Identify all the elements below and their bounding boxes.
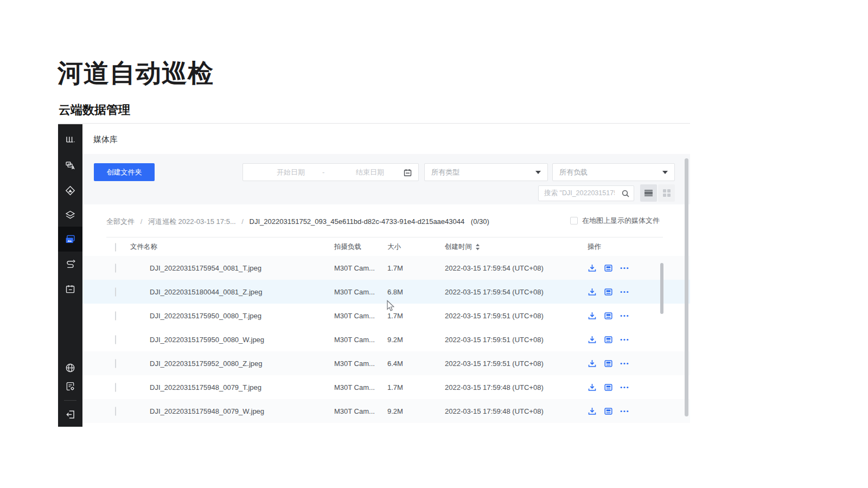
row-checkbox[interactable]: [115, 311, 116, 320]
table-row[interactable]: DJI_20220315175950_0080_W.jpeg M30T Cam.…: [82, 328, 690, 351]
breadcrumb-current: DJI_202203151752_093_45e611bd-d82c-4733-…: [250, 217, 465, 226]
show-on-map-button[interactable]: [604, 311, 613, 320]
breadcrumb-separator: /: [241, 217, 244, 226]
table-row[interactable]: DJI_20220315175952_0080_Z.jpeg M30T Cam.…: [82, 351, 690, 375]
more-actions-button[interactable]: [620, 410, 629, 413]
ellipsis-icon: [620, 386, 629, 389]
download-button[interactable]: [588, 287, 597, 297]
workspace-icon: [65, 134, 76, 145]
file-name: DJI_20220315175950_0080_W.jpeg: [150, 336, 334, 344]
file-created: 2022-03-15 17:59:51 (UTC+08): [445, 359, 579, 368]
column-header-size[interactable]: 大小: [387, 242, 445, 252]
more-actions-button[interactable]: [620, 338, 629, 341]
map-media-icon: [604, 359, 613, 368]
create-folder-button[interactable]: 创建文件夹: [94, 163, 155, 181]
file-payload: M30T Cam...: [334, 336, 387, 344]
type-filter-select[interactable]: 所有类型: [424, 163, 548, 181]
grid-view-button[interactable]: [658, 184, 675, 202]
media-library-icon: [65, 234, 76, 245]
column-header-name[interactable]: 文件名称: [130, 242, 334, 252]
file-name: DJI_20220315175952_0080_Z.jpeg: [150, 359, 334, 368]
file-size: 1.7M: [387, 312, 445, 320]
file-payload: M30T Cam...: [334, 264, 387, 272]
table-scrollbar-thumb[interactable]: [660, 263, 663, 314]
file-name: DJI_20220315175954_0081_T.jpeg: [150, 264, 334, 272]
sidebar-item-media-library[interactable]: [58, 227, 82, 252]
download-button[interactable]: [588, 311, 597, 320]
download-button[interactable]: [588, 264, 597, 273]
download-button[interactable]: [588, 407, 597, 416]
slide-canvas: 河道自动巡检 云端数据管理: [0, 0, 868, 488]
row-checkbox[interactable]: [115, 335, 116, 344]
sidebar-item-devices[interactable]: [58, 153, 82, 178]
more-actions-button[interactable]: [620, 291, 629, 293]
download-button[interactable]: [588, 383, 597, 392]
search-input[interactable]: 搜索 "DJI_20220315175...: [538, 185, 634, 201]
page-scrollbar-thumb[interactable]: [685, 158, 688, 416]
date-range-input[interactable]: 开始日期 - 结束日期: [242, 163, 419, 181]
sidebar-item-route[interactable]: [58, 252, 82, 277]
download-icon: [588, 264, 597, 273]
map-filter-checkbox[interactable]: [570, 217, 578, 224]
table-row[interactable]: DJI_20220315175948_0079_T.jpeg M30T Cam.…: [82, 375, 690, 399]
table-row[interactable]: DJI_20220315175954_0081_T.jpeg M30T Cam.…: [82, 256, 690, 280]
sidebar-item-map-marker[interactable]: [58, 178, 82, 203]
row-checkbox[interactable]: [115, 359, 116, 368]
breadcrumb-folder[interactable]: 河道巡检 2022-03-15 17:5...: [148, 217, 236, 226]
breadcrumb-root[interactable]: 全部文件: [106, 217, 135, 226]
file-payload: M30T Cam...: [334, 288, 387, 296]
row-checkbox[interactable]: [115, 287, 116, 297]
sidebar-divider: [64, 400, 76, 401]
more-actions-button[interactable]: [620, 362, 629, 365]
file-size: 1.7M: [387, 383, 445, 391]
row-checkbox[interactable]: [115, 407, 116, 416]
app-header: 媒体库: [82, 124, 690, 154]
show-on-map-button[interactable]: [604, 359, 613, 368]
sidebar-item-logout[interactable]: [58, 402, 82, 427]
sidebar-item-workspace[interactable]: [58, 127, 82, 152]
payload-filter-select[interactable]: 所有负载: [552, 163, 675, 181]
sidebar-item-system-report[interactable]: [58, 374, 82, 399]
show-on-map-button[interactable]: [604, 287, 613, 297]
sidebar-item-schedule[interactable]: [58, 277, 82, 301]
file-size: 9.2M: [387, 336, 445, 344]
file-created: 2022-03-15 17:59:48 (UTC+08): [445, 407, 579, 415]
sidebar-item-layers[interactable]: [58, 202, 82, 227]
column-header-created[interactable]: 创建时间: [445, 242, 472, 252]
show-on-map-button[interactable]: [604, 335, 613, 344]
file-payload: M30T Cam...: [334, 383, 387, 391]
show-on-map-button[interactable]: [604, 383, 613, 392]
table-body: DJI_20220315175954_0081_T.jpeg M30T Cam.…: [82, 256, 690, 423]
file-payload: M30T Cam...: [334, 407, 387, 415]
more-actions-button[interactable]: [620, 386, 629, 389]
table-row[interactable]: DJI_20220315175948_0079_W.jpeg M30T Cam.…: [82, 399, 690, 423]
breadcrumb-separator: /: [141, 217, 143, 226]
column-header-payload[interactable]: 拍摄负载: [334, 242, 387, 252]
slide-subtitle: 云端数据管理: [59, 102, 130, 118]
file-list-region: 全部文件 / 河道巡检 2022-03-15 17:5... / DJI_202…: [82, 204, 690, 427]
sort-icon[interactable]: [475, 243, 480, 251]
date-separator: -: [322, 168, 324, 176]
show-on-map-button[interactable]: [604, 407, 613, 416]
map-filter-option: 在地图上显示的媒体文件: [570, 216, 660, 226]
search-icon[interactable]: [621, 189, 630, 200]
file-created: 2022-03-15 17:59:51 (UTC+08): [445, 312, 579, 320]
more-actions-button[interactable]: [620, 314, 629, 317]
chevron-down-icon: [662, 171, 668, 174]
select-all-checkbox[interactable]: [115, 243, 116, 252]
map-media-icon: [604, 335, 613, 344]
file-name: DJI_20220315175948_0079_T.jpeg: [150, 383, 334, 391]
list-view-button[interactable]: [640, 184, 657, 202]
chevron-down-icon: [535, 171, 541, 174]
show-on-map-button[interactable]: [604, 264, 613, 273]
download-icon: [588, 311, 597, 320]
list-view-icon: [644, 190, 653, 196]
download-button[interactable]: [588, 359, 597, 368]
more-actions-button[interactable]: [620, 267, 629, 269]
table-header: 文件名称 拍摄负载 大小 创建时间 操作: [82, 238, 690, 256]
row-checkbox[interactable]: [115, 264, 116, 273]
download-button[interactable]: [588, 335, 597, 344]
download-icon: [588, 383, 597, 392]
row-checkbox[interactable]: [115, 383, 116, 392]
language-globe-icon: [65, 362, 76, 374]
